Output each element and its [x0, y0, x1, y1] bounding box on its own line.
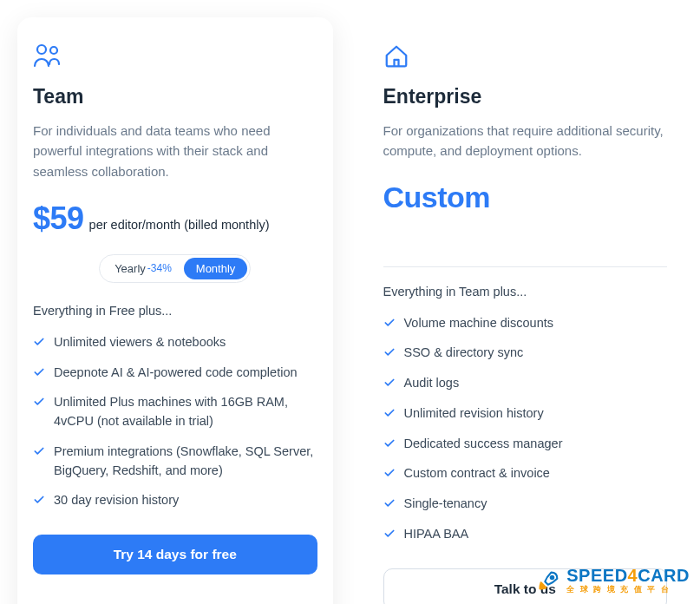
feature-text: Unlimited viewers & notebooks: [54, 333, 226, 352]
plan-card-team: Team For individuals and data teams who …: [17, 17, 333, 604]
list-item: Unlimited viewers & notebooks: [33, 333, 317, 352]
feature-text: SSO & directory sync: [404, 344, 524, 363]
feature-list-team: Unlimited viewers & notebooks Deepnote A…: [33, 333, 317, 510]
billing-monthly-label: Monthly: [196, 262, 236, 275]
list-item: Deepnote AI & AI-powered code completion: [33, 364, 317, 383]
pricing-plans: Team For individuals and data teams who …: [17, 17, 683, 604]
check-icon: [33, 336, 45, 348]
check-icon: [33, 396, 45, 408]
check-icon: [383, 437, 396, 450]
list-item: Unlimited revision history: [383, 404, 668, 423]
cta-enterprise-button[interactable]: Talk to us: [383, 568, 668, 605]
svg-point-1: [50, 47, 57, 54]
feature-text: Unlimited Plus machines with 16GB RAM, 4…: [54, 393, 317, 431]
plan-plus-label: Everything in Team plus...: [383, 285, 668, 299]
list-item: Unlimited Plus machines with 16GB RAM, 4…: [33, 393, 317, 431]
billing-yearly-button[interactable]: Yearly -34%: [102, 258, 184, 279]
check-icon: [383, 377, 396, 389]
list-item: Audit logs: [383, 374, 668, 393]
plan-price: $59: [33, 200, 84, 237]
feature-text: Deepnote AI & AI-powered code completion: [54, 364, 298, 383]
billing-yearly-discount: -34%: [147, 262, 172, 274]
check-icon: [383, 407, 396, 419]
check-icon: [33, 445, 45, 457]
feature-text: 30 day revision history: [54, 491, 179, 510]
feature-text: Unlimited revision history: [404, 404, 544, 423]
list-item: Premium integrations (Snowflake, SQL Ser…: [33, 443, 317, 481]
check-icon: [33, 366, 45, 378]
list-item: Custom contract & invoice: [383, 464, 668, 483]
feature-text: Custom contract & invoice: [404, 464, 550, 483]
billing-toggle: Yearly -34% Monthly: [33, 254, 317, 283]
feature-text: Single-tenancy: [404, 495, 487, 514]
price-row: $59 per editor/month (billed monthly): [33, 200, 317, 237]
check-icon: [383, 467, 396, 479]
plan-price-custom: Custom: [383, 181, 668, 214]
feature-text: Audit logs: [404, 374, 460, 393]
feature-text: Dedicated success manager: [404, 435, 563, 454]
plan-description: For individuals and data teams who need …: [33, 121, 317, 181]
list-item: Volume machine discounts: [383, 314, 668, 333]
svg-point-0: [37, 45, 46, 54]
check-icon: [33, 494, 45, 506]
cta-team-button[interactable]: Try 14 days for free: [33, 535, 317, 574]
list-item: 30 day revision history: [33, 491, 317, 510]
check-icon: [383, 528, 396, 540]
feature-text: Premium integrations (Snowflake, SQL Ser…: [54, 443, 317, 481]
team-icon: [33, 43, 317, 73]
check-icon: [383, 317, 396, 329]
feature-text: Volume machine discounts: [404, 314, 554, 333]
check-icon: [383, 346, 396, 358]
plan-plus-label: Everything in Free plus...: [33, 304, 317, 318]
plan-description: For organizations that require additiona…: [383, 121, 668, 161]
house-icon: [383, 43, 668, 73]
feature-list-enterprise: Volume machine discounts SSO & directory…: [383, 314, 668, 544]
list-item: Dedicated success manager: [383, 435, 668, 454]
plan-price-sub: per editor/month (billed monthly): [89, 218, 270, 232]
plan-title: Team: [33, 85, 317, 108]
list-item: Single-tenancy: [383, 495, 668, 514]
divider: [383, 266, 668, 267]
plan-title: Enterprise: [383, 85, 668, 108]
feature-text: HIPAA BAA: [404, 525, 469, 544]
list-item: SSO & directory sync: [383, 344, 668, 363]
check-icon: [383, 497, 396, 509]
list-item: HIPAA BAA: [383, 525, 668, 544]
billing-monthly-button[interactable]: Monthly: [184, 258, 248, 279]
billing-yearly-label: Yearly: [114, 262, 146, 275]
plan-card-enterprise: Enterprise For organizations that requir…: [368, 17, 684, 604]
